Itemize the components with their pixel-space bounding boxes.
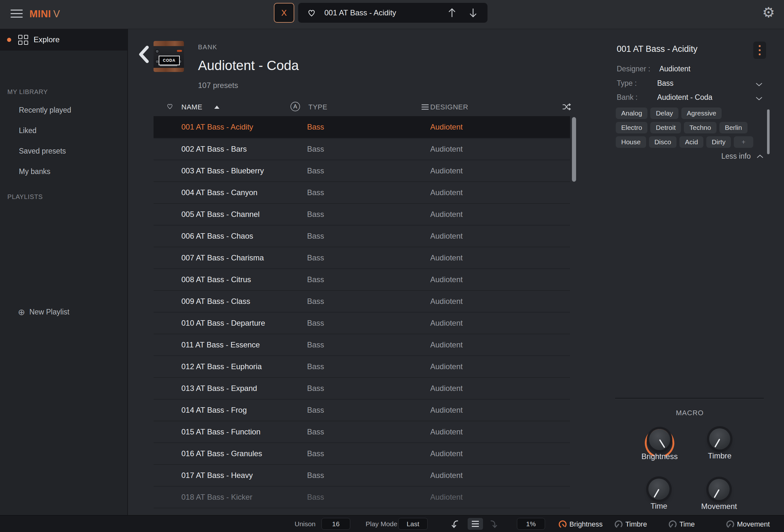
bank-chevron-down-icon[interactable]	[755, 96, 763, 101]
tag-analog[interactable]: Analog	[616, 108, 647, 119]
add-tag-button[interactable]: +	[734, 136, 753, 148]
tag-disco[interactable]: Disco	[649, 136, 677, 148]
table-row[interactable]: 005 AT Bass - ChannelBassAudiotent	[153, 203, 570, 225]
tag-techno[interactable]: Techno	[684, 122, 717, 133]
list-scrollbar[interactable]	[572, 117, 576, 182]
shuffle-icon[interactable]	[561, 102, 572, 112]
column-header-type[interactable]: TYPE	[308, 103, 327, 111]
row-designer: Audiotent	[430, 384, 463, 393]
designer-list-icon[interactable]	[422, 104, 429, 111]
bottom-macro-time[interactable]: Time	[668, 520, 695, 529]
sort-ascending-icon[interactable]	[214, 106, 219, 109]
playlists-header: PLAYLISTS	[7, 193, 43, 201]
favorite-column-heart-icon[interactable]	[166, 102, 174, 110]
my-library-header: MY LIBRARY	[7, 88, 48, 96]
table-row[interactable]: 001 AT Bass - AcidityBassAudiotent	[153, 116, 570, 138]
column-header-designer[interactable]: DESIGNER	[430, 103, 468, 111]
table-row[interactable]: 009 AT Bass - ClassBassAudiotent	[153, 290, 570, 312]
tag-agressive[interactable]: Agressive	[681, 108, 722, 119]
row-type: Bass	[307, 166, 324, 175]
bottom-macro-movement[interactable]: Movement	[725, 520, 770, 529]
column-header-name[interactable]: NAME	[181, 103, 202, 111]
new-playlist-label: New Playlist	[29, 308, 69, 316]
sidebar-item-recently-played[interactable]: Recently played	[19, 106, 71, 114]
row-name: 018 AT Bass - Kicker	[181, 493, 252, 502]
macro-knob-brightness[interactable]: Brightness	[634, 415, 685, 463]
app-logo: MINIV	[29, 8, 60, 20]
macro-knob-movement[interactable]: Movement	[694, 465, 745, 513]
designer-label: Designer :	[617, 65, 650, 73]
row-name: 011 AT Bass - Essence	[181, 340, 260, 349]
table-row[interactable]: 012 AT Bass - EuphoriaBassAudiotent	[153, 356, 570, 377]
explore-grid-icon	[18, 35, 28, 45]
macro-knob-time[interactable]: Time	[633, 465, 684, 512]
tag-acid[interactable]: Acid	[679, 136, 703, 148]
row-designer: Audiotent	[430, 188, 463, 197]
table-row[interactable]: 017 AT Bass - HeavyBassAudiotent	[153, 464, 570, 486]
back-chevron-icon[interactable]	[137, 46, 151, 63]
table-row[interactable]: 008 AT Bass - CitrusBassAudiotent	[153, 269, 570, 290]
table-row[interactable]: 006 AT Bass - ChaosBassAudiotent	[153, 225, 570, 247]
macro-knob-timbre[interactable]: Timbre	[694, 414, 745, 462]
row-type: Bass	[307, 275, 324, 284]
row-name: 006 AT Bass - Chaos	[181, 232, 253, 241]
table-row[interactable]: 004 AT Bass - CanyonBassAudiotent	[153, 181, 570, 203]
table-row[interactable]: 002 AT Bass - BarsBassAudiotent	[153, 138, 570, 160]
cpu-zoom-value-box[interactable]: 1%	[517, 518, 545, 530]
table-row[interactable]: 010 AT Bass - DepartureBassAudiotent	[153, 312, 570, 334]
table-row[interactable]: 003 AT Bass - BlueberryBassAudiotent	[153, 160, 570, 181]
sidebar-item-my-banks[interactable]: My banks	[19, 167, 50, 176]
bottom-macro-brightness[interactable]: Brightness	[558, 520, 603, 529]
new-playlist-button[interactable]: ⊕ New Playlist	[18, 308, 69, 316]
table-row[interactable]: 014 AT Bass - FrogBassAudiotent	[153, 399, 570, 421]
bottom-macro-timbre[interactable]: Timbre	[614, 520, 647, 529]
history-list-button[interactable]	[468, 518, 483, 530]
type-field[interactable]: Type : Bass	[617, 79, 674, 88]
table-row[interactable]: 016 AT Bass - GranulesBassAudiotent	[153, 442, 570, 464]
macro-header: MACRO	[596, 409, 784, 417]
close-browser-button[interactable]: X	[274, 3, 294, 23]
row-type: Bass	[307, 188, 324, 197]
play-mode-value-box[interactable]: Last	[398, 518, 428, 530]
sidebar-item-explore[interactable]: Explore	[0, 29, 127, 51]
row-name: 001 AT Bass - Acidity	[181, 122, 253, 132]
row-designer: Audiotent	[430, 471, 463, 480]
tag-house[interactable]: House	[616, 136, 646, 148]
hamburger-menu-icon[interactable]	[10, 9, 23, 19]
table-row[interactable]: 015 AT Bass - FunctionBassAudiotent	[153, 421, 570, 442]
bank-kicker: BANK	[198, 44, 299, 51]
next-preset-arrow-icon[interactable]	[467, 6, 479, 19]
row-designer: Audiotent	[430, 232, 463, 241]
table-row[interactable]: 011 AT Bass - EssenceBassAudiotent	[153, 334, 570, 356]
table-row[interactable]: 007 AT Bass - CharismaBassAudiotent	[153, 247, 570, 269]
tag-delay[interactable]: Delay	[650, 108, 678, 119]
row-type: Bass	[307, 210, 324, 219]
tags-scrollbar[interactable]	[767, 109, 769, 154]
table-row[interactable]: 018 AT Bass - KickerBassAudiotent	[153, 486, 570, 508]
table-row[interactable]: 013 AT Bass - ExpandBassAudiotent	[153, 377, 570, 399]
preset-display-bar[interactable]: 001 AT Bass - Acidity	[298, 3, 487, 23]
tag-dirty[interactable]: Dirty	[706, 136, 731, 148]
unison-value-box[interactable]: 16	[321, 518, 350, 530]
table-row-partial	[153, 508, 570, 515]
undo-icon[interactable]	[448, 519, 461, 529]
sidebar-item-liked[interactable]: Liked	[19, 127, 36, 135]
previous-preset-arrow-icon[interactable]	[446, 6, 458, 19]
bank-field[interactable]: Bank : Audiotent - Coda	[617, 93, 712, 102]
tag-berlin[interactable]: Berlin	[719, 122, 748, 133]
tag-electro[interactable]: Electro	[616, 122, 647, 133]
redo-icon[interactable]	[487, 519, 500, 529]
close-button-label: X	[281, 8, 287, 18]
preset-list: 001 AT Bass - AcidityBassAudiotent002 AT…	[153, 116, 570, 515]
row-name: 003 AT Bass - Blueberry	[181, 166, 264, 175]
type-chevron-down-icon[interactable]	[755, 82, 763, 87]
tag-detroit[interactable]: Detroit	[650, 122, 681, 133]
settings-gear-icon[interactable]: ⚙	[762, 5, 775, 20]
row-name: 008 AT Bass - Citrus	[181, 275, 251, 284]
row-designer: Audiotent	[430, 493, 463, 502]
type-category-icon[interactable]: A	[290, 102, 300, 111]
sidebar-item-saved-presets[interactable]: Saved presets	[19, 147, 66, 156]
less-info-toggle[interactable]: Less info	[721, 152, 764, 161]
heart-icon[interactable]	[306, 8, 317, 18]
preset-options-menu-button[interactable]	[753, 41, 766, 59]
